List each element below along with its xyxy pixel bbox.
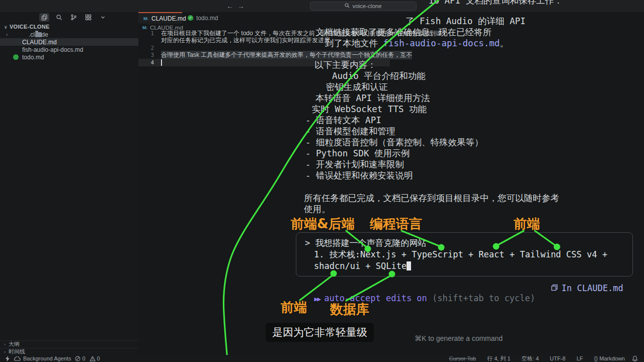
- timeline-panel-header[interactable]: ›时间线: [0, 348, 138, 355]
- file-tree: › .claude CLAUDE.md fish-audio-api-docs.…: [0, 31, 138, 61]
- status-bar-item[interactable]: LF: [577, 355, 583, 361]
- explorer-project-header[interactable]: ∨VOICE-CLONE: [4, 24, 50, 30]
- editor-line-text: 对应的任务标记为已完成，这样可以方便我们实时跟踪开发进度。: [161, 36, 336, 45]
- file-type-icon: [35, 32, 42, 37]
- folder-chevron-icon: ›: [6, 32, 8, 37]
- problems-indicator[interactable]: 0 0: [75, 355, 100, 361]
- status-bar-left: Background Agents 0 0: [0, 355, 100, 361]
- editor-line[interactable]: 3 合理使用 Task 工具创建多个子代理来提高开发的效率，每个子代理负责一个独…: [138, 52, 390, 59]
- copy-icon[interactable]: [39, 13, 49, 22]
- markdown-icon: M↓: [143, 16, 148, 21]
- check-circle-icon: ✓: [188, 15, 193, 21]
- tab-label: todo.md: [196, 15, 218, 22]
- file-type-icon: [13, 47, 20, 53]
- outline-panel-header[interactable]: ›大纲: [0, 340, 138, 347]
- annotation-frontend-bottom: 前端: [281, 299, 307, 316]
- sidebar: [0, 12, 138, 340]
- prompt-line-1: > 我想搭建一个声音克隆的网站: [305, 237, 426, 249]
- remote-connect-icon[interactable]: [5, 356, 10, 361]
- file-tree-item[interactable]: CLAUDE.md: [0, 38, 138, 46]
- file-name: CLAUDE.md: [22, 39, 57, 46]
- terminal-line: - 错误处理和依赖安装说明: [305, 170, 413, 181]
- annotation-frontend-backend: 前端&后端: [291, 215, 355, 233]
- file-name: todo.md: [22, 54, 44, 61]
- nav-back-icon[interactable]: ←: [225, 2, 234, 10]
- search-icon[interactable]: [54, 13, 64, 22]
- tab-claude-md[interactable]: M↓ CLAUDE.md ×: [138, 12, 182, 24]
- bell-icon[interactable]: [632, 355, 644, 362]
- status-bar-item[interactable]: 行 4, 列 1: [487, 355, 510, 362]
- tab-label: CLAUDE.md: [151, 15, 186, 22]
- cloud-icon: [14, 356, 21, 361]
- sidebar-toolbar: [39, 13, 108, 22]
- file-tree-item[interactable]: todo.md: [0, 53, 138, 61]
- editor-line[interactable]: 对应的任务标记为已完成，这样可以方便我们实时跟踪开发进度。: [138, 37, 390, 45]
- line-number: 1: [138, 30, 154, 37]
- terminal-line: 密钥生成和认证: [326, 82, 388, 93]
- chevron-right-icon: ›: [4, 349, 6, 354]
- terminal-line: Audio 平台介绍和功能: [332, 71, 426, 81]
- terminal-line: 实时 WebSocket TTS 功能: [312, 104, 427, 115]
- file-tree-item[interactable]: › .claude: [0, 31, 138, 38]
- prompt-line-3: shadcn/ui + SQLite: [314, 260, 411, 271]
- command-search-box[interactable]: voice-clone: [310, 2, 417, 11]
- terminal-line: 使用。: [304, 204, 331, 215]
- line-number: 3: [138, 52, 154, 58]
- file-type-icon: [13, 54, 19, 60]
- auto-accept-status[interactable]: ▶▶auto-accept edits on (shift+tab to cyc…: [304, 283, 535, 303]
- in-file-indicator: In CLAUDE.md: [551, 283, 623, 293]
- line-number: 2: [138, 45, 154, 51]
- editor-line-text: 合理使用 Task 工具创建多个子代理来提高开发的效率，每个子代理负责一个独立的…: [161, 51, 412, 59]
- search-icon: [345, 3, 350, 9]
- terminal-line: - 语音模型创建和管理: [305, 126, 395, 137]
- error-icon: [75, 356, 80, 361]
- search-value: voice-clone: [352, 3, 381, 9]
- chevron-right-icon: ›: [4, 342, 6, 347]
- editor-pane[interactable]: 1 在项目根目录下我创建了一个 todo 文件，每次在开发之前，你都应该先将我们…: [138, 30, 390, 66]
- status-bar-item[interactable]: UTF-8: [550, 355, 566, 361]
- extensions-grid-icon[interactable]: [83, 13, 93, 22]
- editor-caret: [161, 59, 162, 66]
- overlap-squares-icon: [551, 283, 558, 293]
- chevron-down-icon[interactable]: [98, 13, 108, 22]
- cycle-hint: (shift+tab to cycle): [432, 293, 535, 303]
- editor-tab-bar: M↓ CLAUDE.md × ✓ todo.md: [138, 12, 644, 24]
- terminal-line: - 开发者计划和速率限制: [305, 159, 404, 170]
- tab-todo-md[interactable]: ✓ todo.md: [183, 12, 223, 24]
- status-bar-item[interactable]: 空格: 4: [522, 355, 539, 362]
- status-bar-item[interactable]: {} Markdown: [594, 355, 625, 361]
- terminal-line: 本转语音 API 详细使用方法: [315, 93, 430, 104]
- annotation-programming-language: 编程语言: [370, 215, 422, 233]
- terminal-line: - 细粒度语音控制（音素控制、特殊效果等）: [305, 137, 484, 148]
- terminal-line: 所有任务都已完成，文档已保存到项目根目录中，您可以随时参考: [304, 193, 559, 204]
- line-number: 4: [138, 59, 154, 66]
- video-subtitle: 是因为它非常轻量级: [266, 323, 374, 342]
- terminal-line: - Python SDK 使用示例: [305, 148, 410, 159]
- annotation-frontend-top: 前端: [514, 215, 540, 233]
- file-link: fish-audio-api-docs.md: [383, 38, 500, 48]
- file-type-icon: [13, 39, 20, 45]
- cmdk-hint: ⌘K to generate a command: [415, 334, 503, 342]
- file-name: fish-audio-api-docs.md: [22, 46, 83, 53]
- app-window: { "app": { "search_value": "voice-clone"…: [0, 0, 644, 362]
- fast-forward-icon: ▶▶: [314, 295, 320, 303]
- prompt-line-2: 1. 技术栈:Next.js + TypeScript + React + Ta…: [314, 249, 607, 260]
- terminal-line: - 语音转文本 API: [305, 115, 381, 126]
- terminal-cursor: [407, 261, 411, 270]
- editor-line[interactable]: 4: [138, 59, 390, 66]
- background-agents-button[interactable]: Background Agents: [14, 355, 71, 361]
- nav-forward-icon[interactable]: →: [236, 2, 246, 10]
- warning-icon: [90, 356, 96, 361]
- file-tree-item[interactable]: fish-audio-api-docs.md: [0, 46, 138, 53]
- status-bar: Background Agents 0 0 Cursor Tab 行 4, 列 …: [0, 355, 644, 362]
- title-bar: ← → voice-clone: [0, 0, 644, 12]
- status-bar-right: Cursor Tab 行 4, 列 1 空格: 4 UTF-8 LF {} Ma…: [449, 355, 632, 362]
- status-bar-item[interactable]: Cursor Tab: [449, 355, 476, 361]
- source-control-branch-icon[interactable]: [68, 13, 78, 22]
- annotation-database: 数据库: [330, 301, 369, 318]
